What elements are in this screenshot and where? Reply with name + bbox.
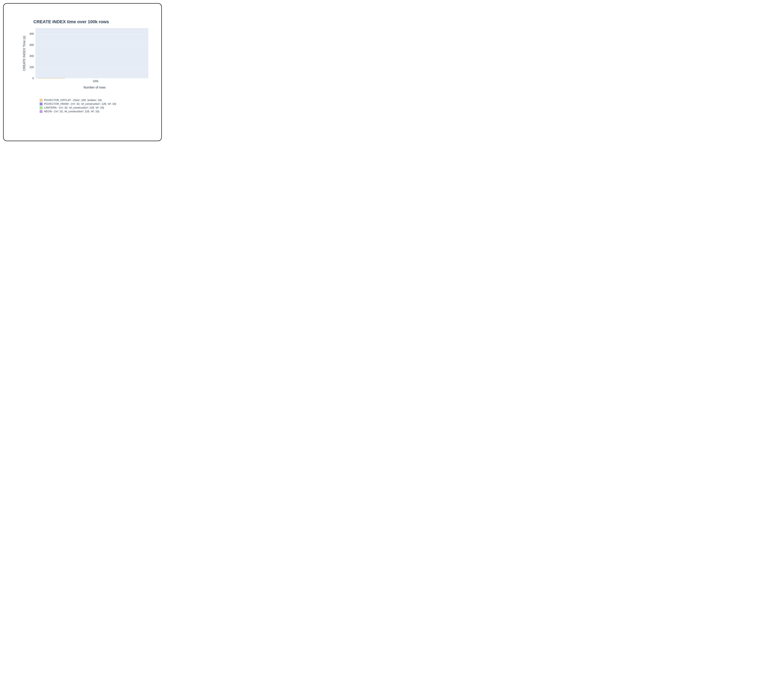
spacer — [30, 78, 38, 83]
spacer — [30, 83, 38, 89]
y-tick: 400 — [30, 32, 34, 35]
chart-title: CREATE INDEX time over 100k rows — [33, 19, 152, 24]
legend-swatch-icon — [40, 99, 43, 102]
x-axis-label: Number of rows — [38, 86, 151, 89]
legend-item: NEON - {'m': 32, 'ef_construction': 128,… — [40, 110, 152, 113]
legend-label: LANTERN - {'m': 32, 'ef_construction': 1… — [44, 106, 104, 109]
legend-label: NEON - {'m': 32, 'ef_construction': 128,… — [44, 110, 99, 113]
chart-card: CREATE INDEX time over 100k rows CREATE … — [3, 3, 162, 141]
legend-swatch-icon — [40, 102, 43, 105]
legend-label: PGVECTOR_IVFFLAT - {'lists': 100, 'probe… — [44, 99, 102, 102]
y-tick: 100 — [30, 66, 34, 69]
chart-area: CREATE INDEX Time (s) 400 300 200 100 0 — [22, 28, 152, 78]
y-tick: 300 — [30, 43, 34, 46]
legend-swatch-icon — [40, 106, 43, 109]
legend-swatch-icon — [40, 110, 43, 113]
spacer — [22, 78, 30, 83]
legend-label: PGVECTOR_HNSW - {'m': 32, 'ef_constructi… — [44, 102, 116, 105]
legend-item: LANTERN - {'m': 32, 'ef_construction': 1… — [40, 106, 152, 109]
y-tick: 0 — [33, 77, 34, 80]
legend-item: PGVECTOR_HNSW - {'m': 32, 'ef_constructi… — [40, 102, 152, 105]
x-label-row: Number of rows — [22, 83, 152, 89]
plot-area — [35, 28, 148, 78]
spacer — [22, 83, 30, 89]
x-tick: 100k — [39, 80, 152, 83]
legend-item: PGVECTOR_IVFFLAT - {'lists': 100, 'probe… — [40, 99, 152, 102]
x-axis-row: 100k — [22, 78, 152, 83]
y-axis: 400 300 200 100 0 — [28, 28, 35, 78]
y-axis-label: CREATE INDEX Time (s) — [22, 36, 26, 71]
legend: PGVECTOR_IVFFLAT - {'lists': 100, 'probe… — [40, 99, 152, 113]
y-tick: 200 — [30, 54, 34, 58]
